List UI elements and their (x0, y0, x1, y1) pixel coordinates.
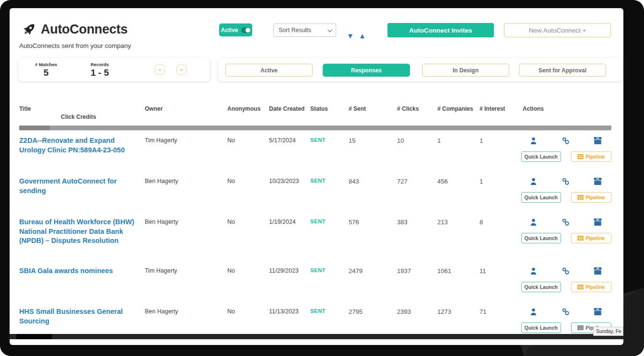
next-page-button[interactable]: > (176, 65, 187, 75)
col-header-owner: Owner (145, 105, 227, 120)
date-tooltip: Sunday, Fe (593, 327, 623, 336)
col-header-interest: # Interest (480, 105, 523, 120)
pipeline-button[interactable]: Pipeline (571, 192, 611, 203)
clicks-count-cell: 2393 (397, 307, 437, 337)
sent-count-cell: 843 (349, 177, 397, 207)
matches-stat: # Matches 5 (28, 62, 64, 78)
bottom-scrollbar-thumb[interactable] (16, 334, 52, 339)
autoconnect-invites-button[interactable]: AutoConnect Invites (387, 23, 494, 37)
owner-cell: Tim Hagerty (145, 136, 227, 166)
table-row: Z2DA--Renovate and Expand Urology Clinic… (19, 136, 611, 166)
previous-page-button[interactable]: < (155, 65, 165, 75)
page-header: AutoConnects (22, 22, 128, 37)
pipeline-button[interactable]: Pipeline (571, 282, 611, 292)
quick-launch-button[interactable]: Quick Launch (521, 233, 561, 243)
archive-icon[interactable] (594, 137, 602, 145)
table-header-row: Title Click Credits Owner Anonymous Date… (19, 105, 611, 120)
records-value: 1 - 5 (82, 68, 118, 78)
new-autoconnect-button[interactable]: New AutoConnect + (504, 23, 611, 37)
contacts-icon[interactable] (529, 267, 538, 275)
interest-count-cell: 1 (480, 177, 523, 207)
sent-count-cell: 15 (349, 136, 397, 166)
anonymous-cell: No (227, 136, 269, 166)
quick-launch-button[interactable]: Quick Launch (521, 282, 561, 292)
table-row: HHS Small Businesses General Sourcing Be… (19, 307, 611, 337)
scrollbar-thumb[interactable] (19, 126, 50, 130)
link-icon[interactable] (562, 137, 570, 145)
horizontal-scrollbar[interactable] (19, 126, 611, 130)
actions-cell: Quick Launch Pipeline (523, 266, 611, 297)
autoconnect-title-link[interactable]: Government AutoConnect for sending (19, 177, 145, 207)
pipeline-grid-icon (577, 195, 584, 200)
autoconnects-page: AutoConnects AutoConnects sent from your… (10, 8, 623, 345)
status-badge: SENT (310, 266, 349, 297)
app-window: AutoConnects AutoConnects sent from your… (0, 0, 644, 356)
col-header-title: Title (19, 105, 145, 112)
contacts-icon[interactable] (529, 177, 538, 185)
status-tabs-card: Active Responses In Design Sent for Appr… (218, 58, 622, 81)
companies-count-cell: 456 (437, 177, 480, 207)
clicks-count-cell: 1937 (397, 266, 437, 297)
tab-in-design[interactable]: In Design (422, 64, 509, 77)
owner-cell: Ben Hagerty (145, 218, 227, 256)
page-title: AutoConnects (41, 22, 128, 37)
pipeline-button-label: Pipeline (585, 235, 605, 241)
link-icon[interactable] (562, 218, 570, 226)
interest-count-cell: 8 (480, 218, 523, 256)
clicks-count-cell: 10 (397, 136, 437, 166)
tab-sent-for-approval[interactable]: Sent for Approval (519, 64, 606, 77)
archive-icon[interactable] (594, 267, 602, 275)
sent-count-cell: 576 (349, 218, 397, 256)
companies-count-cell: 213 (437, 218, 480, 256)
col-header-anonymous: Anonymous (227, 105, 269, 120)
matches-value: 5 (28, 68, 64, 78)
link-icon[interactable] (562, 177, 570, 185)
companies-count-cell: 1273 (437, 307, 480, 337)
quick-launch-button[interactable]: Quick Launch (521, 151, 561, 162)
sort-ascending-icon[interactable]: ▲ (359, 32, 366, 39)
contacts-icon[interactable] (529, 308, 538, 316)
contacts-icon[interactable] (529, 137, 538, 145)
pipeline-grid-icon (577, 285, 584, 289)
link-icon[interactable] (562, 308, 570, 316)
quick-launch-button[interactable]: Quick Launch (521, 192, 561, 203)
sort-results-select[interactable]: Sort Results (273, 23, 336, 37)
sent-count-cell: 2795 (349, 307, 397, 337)
date-created-cell: 11/29/2023 (269, 266, 310, 297)
archive-icon[interactable] (594, 177, 602, 185)
tab-active[interactable]: Active (225, 64, 313, 77)
pipeline-button[interactable]: Pipeline (571, 151, 611, 162)
archive-icon[interactable] (594, 218, 602, 226)
status-badge: SENT (310, 218, 349, 256)
table-row: Bureau of Health Workforce (BHW) Nationa… (19, 218, 611, 256)
clicks-count-cell: 727 (397, 177, 437, 207)
tab-responses[interactable]: Responses (323, 64, 410, 77)
anonymous-cell: No (227, 218, 269, 256)
contacts-icon[interactable] (529, 218, 538, 226)
date-created-cell: 5/17/2024 (269, 136, 310, 166)
interest-count-cell: 1 (480, 136, 523, 166)
page-subtitle: AutoConnects sent from your company (19, 42, 131, 49)
pipeline-button-label: Pipeline (585, 195, 605, 200)
autoconnect-title-link[interactable]: HHS Small Businesses General Sourcing (19, 307, 145, 337)
active-toggle[interactable]: Active (219, 23, 252, 36)
owner-cell: Ben Hagerty (145, 307, 227, 337)
link-icon[interactable] (562, 267, 570, 275)
sort-results-value: Sort Results (279, 27, 311, 34)
autoconnect-title-link[interactable]: SBIA Gala awards nominees (19, 266, 145, 297)
companies-count-cell: 1 (437, 136, 480, 166)
actions-cell: Quick Launch Pipeline (523, 177, 611, 207)
interest-count-cell: 71 (480, 307, 523, 337)
table-row: Government AutoConnect for sending Ben H… (19, 177, 611, 207)
actions-cell: Quick Launch Pipeline (523, 218, 611, 256)
sort-descending-icon[interactable]: ▼ (347, 32, 354, 39)
archive-icon[interactable] (594, 308, 602, 316)
autoconnect-title-link[interactable]: Bureau of Health Workforce (BHW) Nationa… (19, 218, 145, 256)
records-label: Records (82, 62, 118, 67)
pipeline-button[interactable]: Pipeline (571, 233, 611, 243)
owner-cell: Ben Hagerty (145, 177, 227, 207)
col-header-status: Status (310, 105, 349, 120)
bottom-scrollbar[interactable] (10, 334, 623, 339)
autoconnect-title-link[interactable]: Z2DA--Renovate and Expand Urology Clinic… (19, 136, 145, 166)
quick-launch-button[interactable]: Quick Launch (521, 322, 561, 333)
